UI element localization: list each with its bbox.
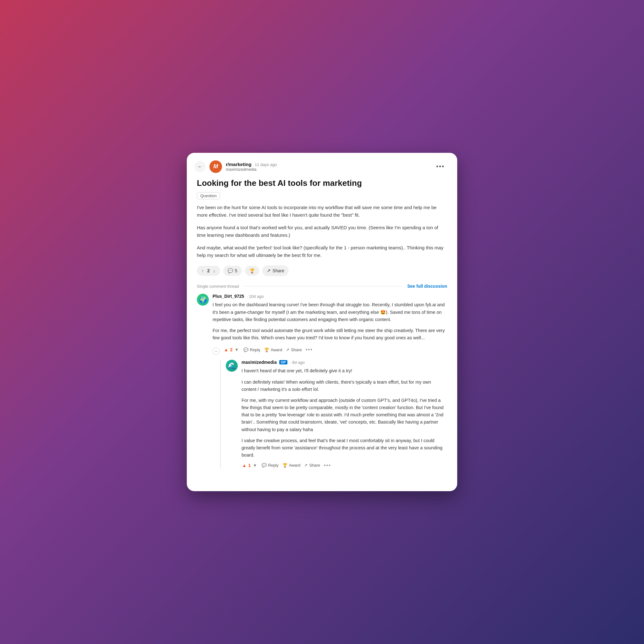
nested-downvote-button[interactable]: ▼ bbox=[252, 463, 258, 468]
nested-comment-vote: ▲ 1 ▼ bbox=[241, 463, 258, 468]
nested-vote-count: 1 bbox=[248, 463, 251, 468]
comment-icon-nested: 💬 bbox=[262, 463, 267, 468]
collapse-button-1[interactable]: − bbox=[213, 348, 219, 355]
subreddit-avatar: M bbox=[209, 160, 222, 173]
comment-button[interactable]: 💬 5 bbox=[223, 266, 242, 276]
award-icon-nested: 🏆 bbox=[282, 463, 287, 468]
nested-share-label: Share bbox=[309, 463, 320, 468]
share-button[interactable]: ↗ Share bbox=[262, 265, 289, 276]
nested-comment-meta: maximizedmedia OP · 8d ago bbox=[241, 360, 447, 365]
post-paragraph-1: I've been on the hunt for some AI tools … bbox=[197, 204, 447, 219]
comment-1-author: Plus_Dirt_9725 bbox=[213, 294, 244, 299]
award-icon: 🏆 bbox=[249, 268, 255, 273]
nested-more-button[interactable]: ••• bbox=[324, 463, 331, 468]
nested-comment-text: I haven't heard of that one yet, I'll de… bbox=[241, 367, 447, 459]
nested-comment-actions: ▲ 1 ▼ 💬 Reply 🏆 Award bbox=[241, 462, 447, 469]
comment-1-meta: Plus_Dirt_9725 · 10d ago bbox=[213, 294, 447, 299]
more-options-button[interactable]: ••• bbox=[434, 162, 447, 171]
post-header: ← M r/marketing 11 days ago maximizedmed… bbox=[187, 153, 457, 178]
post-title: Looking for the best AI tools for market… bbox=[197, 178, 447, 189]
comment-1-para-1: I feel you on the dashboard learning cur… bbox=[213, 301, 447, 323]
comment-1-vote: ▲ 2 ▼ bbox=[223, 347, 240, 352]
share-icon-nested: ↗ bbox=[304, 463, 308, 468]
downvote-icon: ↓ bbox=[213, 268, 215, 273]
header-left: ← M r/marketing 11 days ago maximizedmed… bbox=[194, 160, 277, 173]
vote-count: 2 bbox=[206, 268, 211, 273]
post-text: I've been on the hunt for some AI tools … bbox=[197, 204, 447, 259]
nested-comment-content: 🌊 maximizedmedia OP · 8d ago I haven't h… bbox=[226, 360, 447, 469]
award-label-1: Award bbox=[271, 347, 282, 352]
upvote-icon: ↑ bbox=[202, 268, 204, 273]
comment-1-more-button[interactable]: ••• bbox=[306, 347, 313, 353]
nested-comment-time: · 8d ago bbox=[290, 360, 305, 365]
post-flair: Question bbox=[197, 192, 220, 199]
divider-line bbox=[244, 286, 402, 286]
nested-award-button[interactable]: 🏆 Award bbox=[282, 462, 301, 469]
post-body: Looking for the best AI tools for market… bbox=[187, 178, 457, 259]
comment-icon-1: 💬 bbox=[243, 347, 248, 352]
comment-1-avatar: 🌍 bbox=[197, 294, 209, 306]
downvote-button[interactable]: ↓ bbox=[212, 268, 216, 273]
comment-icon: 💬 bbox=[228, 268, 233, 273]
share-icon: ↗ bbox=[267, 268, 271, 274]
nested-comment-avatar-emoji: 🌊 bbox=[228, 362, 236, 369]
main-card: ← M r/marketing 11 days ago maximizedmed… bbox=[187, 153, 457, 491]
subreddit-name: r/marketing 11 days ago bbox=[226, 162, 277, 167]
comment-1-avatar-emoji: 🌍 bbox=[199, 296, 207, 303]
award-icon-1: 🏆 bbox=[264, 347, 269, 352]
post-paragraph-2: Has anyone found a tool that's worked we… bbox=[197, 224, 447, 239]
nested-upvote-button[interactable]: ▲ bbox=[241, 463, 247, 468]
op-badge: OP bbox=[279, 360, 287, 364]
nested-comment-author: maximizedmedia bbox=[241, 360, 277, 365]
upvote-button[interactable]: ↑ bbox=[201, 268, 205, 273]
comment-1-actions: − ▲ 2 ▼ 💬 Reply 🏆 Award ↗ bbox=[213, 345, 447, 355]
award-button[interactable]: 🏆 bbox=[245, 266, 259, 276]
reply-label-1: Reply bbox=[250, 347, 260, 352]
thread-label: Single comment thread bbox=[197, 284, 239, 289]
nested-comment-body: maximizedmedia OP · 8d ago I haven't hea… bbox=[241, 360, 447, 469]
nested-para-1: I haven't heard of that one yet, I'll de… bbox=[241, 367, 447, 375]
nested-reply-label: Reply bbox=[268, 463, 279, 468]
comment-1-downvote[interactable]: ▼ bbox=[234, 347, 240, 352]
share-icon-1: ↗ bbox=[286, 347, 289, 352]
post-username: maximizedmedia bbox=[226, 167, 277, 172]
nested-para-2: I can definitely relate! When working wi… bbox=[241, 379, 447, 393]
nested-reply-button[interactable]: 💬 Reply bbox=[262, 462, 279, 469]
comment-count: 5 bbox=[235, 268, 237, 273]
nested-para-4: I value the creative process, and feel t… bbox=[241, 437, 447, 459]
comment-1-upvote[interactable]: ▲ bbox=[223, 347, 229, 352]
comment-1-time: · 10d ago bbox=[247, 294, 264, 299]
thread-divider: Single comment thread See full discussio… bbox=[187, 282, 457, 294]
header-time: 11 days ago bbox=[255, 162, 277, 167]
post-paragraph-3: And maybe, what would the 'perfect' tool… bbox=[197, 244, 447, 259]
comments-section: 🌍 Plus_Dirt_9725 · 10d ago I feel you on… bbox=[187, 294, 457, 475]
share-label: Share bbox=[273, 268, 284, 273]
comment-1-vote-count: 2 bbox=[230, 347, 233, 352]
comment-1: 🌍 Plus_Dirt_9725 · 10d ago I feel you on… bbox=[197, 294, 447, 475]
share-label-1: Share bbox=[291, 347, 302, 352]
comment-1-para-2: For me, the perfect tool would automate … bbox=[213, 327, 447, 341]
comment-1-content: Plus_Dirt_9725 · 10d ago I feel you on t… bbox=[213, 294, 447, 475]
comment-1-award-button[interactable]: 🏆 Award bbox=[264, 347, 282, 353]
vote-pill: ↑ 2 ↓ bbox=[197, 266, 220, 276]
comment-1-reply-button[interactable]: 💬 Reply bbox=[243, 347, 260, 353]
comment-1-share-button[interactable]: ↗ Share bbox=[286, 347, 302, 353]
nested-para-3: For me, with my current workflow and app… bbox=[241, 397, 447, 433]
nested-award-label: Award bbox=[289, 463, 301, 468]
back-button[interactable]: ← bbox=[194, 161, 206, 172]
nested-share-button[interactable]: ↗ Share bbox=[304, 462, 320, 469]
subreddit-info: r/marketing 11 days ago maximizedmedia bbox=[226, 162, 277, 172]
see-full-discussion-link[interactable]: See full discussion bbox=[407, 284, 447, 289]
post-actions: ↑ 2 ↓ 💬 5 🏆 ↗ Share bbox=[187, 259, 457, 282]
comment-1-text: I feel you on the dashboard learning cur… bbox=[213, 301, 447, 341]
nested-comment-1: 🌊 maximizedmedia OP · 8d ago I haven't h… bbox=[220, 360, 447, 469]
nested-comment-avatar: 🌊 bbox=[226, 360, 238, 372]
